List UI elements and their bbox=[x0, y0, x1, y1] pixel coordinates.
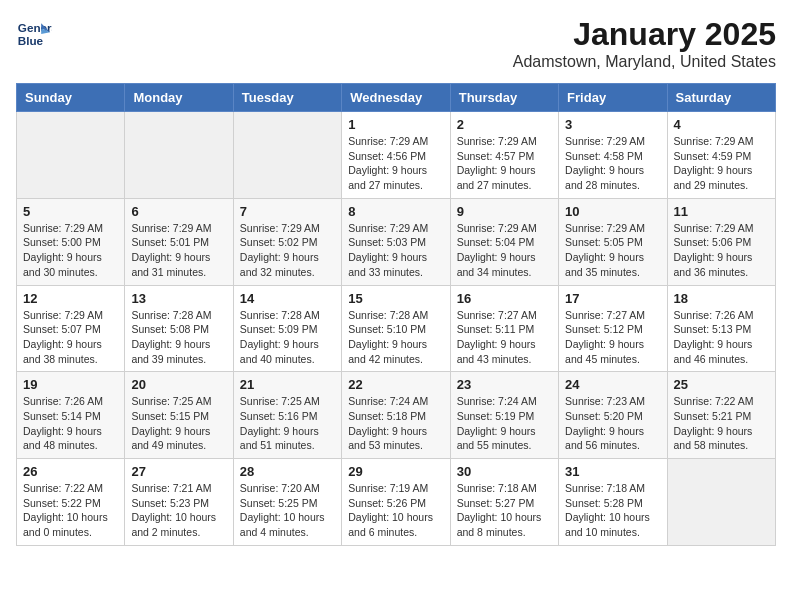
calendar-cell: 27Sunrise: 7:21 AM Sunset: 5:23 PM Dayli… bbox=[125, 459, 233, 546]
calendar-cell: 10Sunrise: 7:29 AM Sunset: 5:05 PM Dayli… bbox=[559, 198, 667, 285]
day-number: 7 bbox=[240, 204, 335, 219]
day-info: Sunrise: 7:28 AM Sunset: 5:10 PM Dayligh… bbox=[348, 308, 443, 367]
day-number: 3 bbox=[565, 117, 660, 132]
day-info: Sunrise: 7:29 AM Sunset: 5:00 PM Dayligh… bbox=[23, 221, 118, 280]
day-info: Sunrise: 7:29 AM Sunset: 5:04 PM Dayligh… bbox=[457, 221, 552, 280]
day-number: 23 bbox=[457, 377, 552, 392]
calendar-cell bbox=[125, 112, 233, 199]
day-number: 10 bbox=[565, 204, 660, 219]
svg-text:Blue: Blue bbox=[18, 34, 44, 47]
calendar-cell: 1Sunrise: 7:29 AM Sunset: 4:56 PM Daylig… bbox=[342, 112, 450, 199]
calendar-table: SundayMondayTuesdayWednesdayThursdayFrid… bbox=[16, 83, 776, 546]
weekday-header-monday: Monday bbox=[125, 84, 233, 112]
day-info: Sunrise: 7:29 AM Sunset: 5:07 PM Dayligh… bbox=[23, 308, 118, 367]
calendar-cell: 13Sunrise: 7:28 AM Sunset: 5:08 PM Dayli… bbox=[125, 285, 233, 372]
calendar-cell: 26Sunrise: 7:22 AM Sunset: 5:22 PM Dayli… bbox=[17, 459, 125, 546]
weekday-header-thursday: Thursday bbox=[450, 84, 558, 112]
day-info: Sunrise: 7:22 AM Sunset: 5:22 PM Dayligh… bbox=[23, 481, 118, 540]
weekday-header-friday: Friday bbox=[559, 84, 667, 112]
calendar-week-row: 26Sunrise: 7:22 AM Sunset: 5:22 PM Dayli… bbox=[17, 459, 776, 546]
month-title: January 2025 bbox=[513, 16, 776, 53]
calendar-cell: 28Sunrise: 7:20 AM Sunset: 5:25 PM Dayli… bbox=[233, 459, 341, 546]
day-number: 2 bbox=[457, 117, 552, 132]
day-number: 4 bbox=[674, 117, 769, 132]
day-number: 29 bbox=[348, 464, 443, 479]
day-info: Sunrise: 7:29 AM Sunset: 4:56 PM Dayligh… bbox=[348, 134, 443, 193]
day-info: Sunrise: 7:24 AM Sunset: 5:19 PM Dayligh… bbox=[457, 394, 552, 453]
day-info: Sunrise: 7:28 AM Sunset: 5:08 PM Dayligh… bbox=[131, 308, 226, 367]
logo-icon: General Blue bbox=[16, 16, 52, 52]
calendar-cell: 30Sunrise: 7:18 AM Sunset: 5:27 PM Dayli… bbox=[450, 459, 558, 546]
day-info: Sunrise: 7:27 AM Sunset: 5:12 PM Dayligh… bbox=[565, 308, 660, 367]
day-number: 31 bbox=[565, 464, 660, 479]
title-section: January 2025 Adamstown, Maryland, United… bbox=[513, 16, 776, 71]
calendar-cell bbox=[233, 112, 341, 199]
calendar-cell: 22Sunrise: 7:24 AM Sunset: 5:18 PM Dayli… bbox=[342, 372, 450, 459]
day-number: 11 bbox=[674, 204, 769, 219]
calendar-cell: 29Sunrise: 7:19 AM Sunset: 5:26 PM Dayli… bbox=[342, 459, 450, 546]
calendar-cell: 19Sunrise: 7:26 AM Sunset: 5:14 PM Dayli… bbox=[17, 372, 125, 459]
calendar-week-row: 5Sunrise: 7:29 AM Sunset: 5:00 PM Daylig… bbox=[17, 198, 776, 285]
calendar-cell: 2Sunrise: 7:29 AM Sunset: 4:57 PM Daylig… bbox=[450, 112, 558, 199]
calendar-cell: 3Sunrise: 7:29 AM Sunset: 4:58 PM Daylig… bbox=[559, 112, 667, 199]
calendar-cell: 24Sunrise: 7:23 AM Sunset: 5:20 PM Dayli… bbox=[559, 372, 667, 459]
day-number: 1 bbox=[348, 117, 443, 132]
day-info: Sunrise: 7:29 AM Sunset: 4:59 PM Dayligh… bbox=[674, 134, 769, 193]
weekday-header-saturday: Saturday bbox=[667, 84, 775, 112]
weekday-header-sunday: Sunday bbox=[17, 84, 125, 112]
day-info: Sunrise: 7:25 AM Sunset: 5:16 PM Dayligh… bbox=[240, 394, 335, 453]
day-info: Sunrise: 7:24 AM Sunset: 5:18 PM Dayligh… bbox=[348, 394, 443, 453]
day-info: Sunrise: 7:28 AM Sunset: 5:09 PM Dayligh… bbox=[240, 308, 335, 367]
day-number: 26 bbox=[23, 464, 118, 479]
calendar-week-row: 19Sunrise: 7:26 AM Sunset: 5:14 PM Dayli… bbox=[17, 372, 776, 459]
day-info: Sunrise: 7:25 AM Sunset: 5:15 PM Dayligh… bbox=[131, 394, 226, 453]
day-number: 6 bbox=[131, 204, 226, 219]
day-info: Sunrise: 7:22 AM Sunset: 5:21 PM Dayligh… bbox=[674, 394, 769, 453]
day-info: Sunrise: 7:29 AM Sunset: 5:01 PM Dayligh… bbox=[131, 221, 226, 280]
calendar-cell: 21Sunrise: 7:25 AM Sunset: 5:16 PM Dayli… bbox=[233, 372, 341, 459]
calendar-cell: 12Sunrise: 7:29 AM Sunset: 5:07 PM Dayli… bbox=[17, 285, 125, 372]
calendar-cell: 23Sunrise: 7:24 AM Sunset: 5:19 PM Dayli… bbox=[450, 372, 558, 459]
weekday-header-tuesday: Tuesday bbox=[233, 84, 341, 112]
weekday-header-row: SundayMondayTuesdayWednesdayThursdayFrid… bbox=[17, 84, 776, 112]
day-info: Sunrise: 7:29 AM Sunset: 5:06 PM Dayligh… bbox=[674, 221, 769, 280]
day-number: 20 bbox=[131, 377, 226, 392]
day-number: 22 bbox=[348, 377, 443, 392]
day-number: 17 bbox=[565, 291, 660, 306]
page-header: General Blue January 2025 Adamstown, Mar… bbox=[16, 16, 776, 71]
day-number: 12 bbox=[23, 291, 118, 306]
day-number: 16 bbox=[457, 291, 552, 306]
calendar-week-row: 12Sunrise: 7:29 AM Sunset: 5:07 PM Dayli… bbox=[17, 285, 776, 372]
day-number: 19 bbox=[23, 377, 118, 392]
calendar-cell: 15Sunrise: 7:28 AM Sunset: 5:10 PM Dayli… bbox=[342, 285, 450, 372]
calendar-cell: 6Sunrise: 7:29 AM Sunset: 5:01 PM Daylig… bbox=[125, 198, 233, 285]
day-info: Sunrise: 7:20 AM Sunset: 5:25 PM Dayligh… bbox=[240, 481, 335, 540]
day-number: 8 bbox=[348, 204, 443, 219]
day-info: Sunrise: 7:26 AM Sunset: 5:13 PM Dayligh… bbox=[674, 308, 769, 367]
calendar-cell: 20Sunrise: 7:25 AM Sunset: 5:15 PM Dayli… bbox=[125, 372, 233, 459]
calendar-cell: 7Sunrise: 7:29 AM Sunset: 5:02 PM Daylig… bbox=[233, 198, 341, 285]
day-info: Sunrise: 7:29 AM Sunset: 4:58 PM Dayligh… bbox=[565, 134, 660, 193]
day-info: Sunrise: 7:29 AM Sunset: 5:03 PM Dayligh… bbox=[348, 221, 443, 280]
calendar-cell: 16Sunrise: 7:27 AM Sunset: 5:11 PM Dayli… bbox=[450, 285, 558, 372]
day-number: 30 bbox=[457, 464, 552, 479]
day-number: 15 bbox=[348, 291, 443, 306]
calendar-cell bbox=[17, 112, 125, 199]
day-info: Sunrise: 7:18 AM Sunset: 5:28 PM Dayligh… bbox=[565, 481, 660, 540]
day-info: Sunrise: 7:26 AM Sunset: 5:14 PM Dayligh… bbox=[23, 394, 118, 453]
calendar-cell: 5Sunrise: 7:29 AM Sunset: 5:00 PM Daylig… bbox=[17, 198, 125, 285]
calendar-cell: 11Sunrise: 7:29 AM Sunset: 5:06 PM Dayli… bbox=[667, 198, 775, 285]
calendar-cell: 8Sunrise: 7:29 AM Sunset: 5:03 PM Daylig… bbox=[342, 198, 450, 285]
calendar-cell: 4Sunrise: 7:29 AM Sunset: 4:59 PM Daylig… bbox=[667, 112, 775, 199]
day-number: 24 bbox=[565, 377, 660, 392]
calendar-cell: 9Sunrise: 7:29 AM Sunset: 5:04 PM Daylig… bbox=[450, 198, 558, 285]
calendar-cell: 14Sunrise: 7:28 AM Sunset: 5:09 PM Dayli… bbox=[233, 285, 341, 372]
day-number: 9 bbox=[457, 204, 552, 219]
location-title: Adamstown, Maryland, United States bbox=[513, 53, 776, 71]
calendar-cell: 31Sunrise: 7:18 AM Sunset: 5:28 PM Dayli… bbox=[559, 459, 667, 546]
day-number: 27 bbox=[131, 464, 226, 479]
calendar-cell: 18Sunrise: 7:26 AM Sunset: 5:13 PM Dayli… bbox=[667, 285, 775, 372]
day-number: 28 bbox=[240, 464, 335, 479]
day-number: 18 bbox=[674, 291, 769, 306]
weekday-header-wednesday: Wednesday bbox=[342, 84, 450, 112]
